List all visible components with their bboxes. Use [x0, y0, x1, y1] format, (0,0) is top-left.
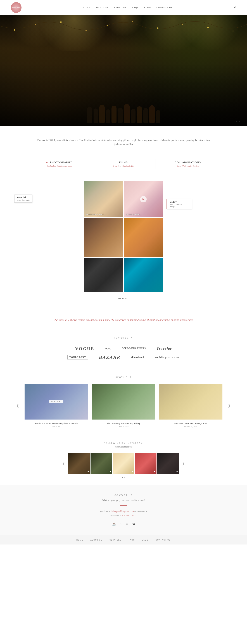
instagram-image-1[interactable]: ♥ — [68, 453, 90, 474]
instagram-heart-1: ♥ — [88, 470, 89, 473]
instagram-prev-button[interactable]: ❮ — [61, 460, 66, 467]
spotlight-image-1: BLOG POST — [24, 384, 88, 420]
pinterest-icon[interactable]: ☚ — [132, 522, 135, 526]
spotlight-item-1[interactable]: BLOG POST Karishma & Varun, Pre-wedding … — [24, 384, 88, 428]
service-films-title: FILMS — [96, 161, 150, 164]
gallery-image-3[interactable] — [84, 218, 123, 257]
svg-point-9 — [232, 30, 234, 32]
gallery-image-6[interactable] — [124, 258, 163, 292]
featured-traveler[interactable]: Traveler — [157, 346, 172, 351]
featured-weddingsutra[interactable]: WeddingSutra.com — [155, 356, 180, 359]
brand-logo[interactable]: Pretty Sagas — [11, 2, 22, 13]
facebook-icon[interactable]: ☕ — [112, 522, 116, 526]
nav-faqs[interactable]: FAQs — [132, 6, 139, 8]
twitter-icon[interactable]: ✈ — [120, 522, 122, 526]
footer-about[interactable]: ABOUT US — [90, 539, 102, 541]
footer-services[interactable]: SERVICES — [110, 539, 121, 541]
annotation-gallery: Gallery upfront selected images — [166, 199, 192, 209]
service-photography-subtitle: Candid, Pre-Wedding, and more — [32, 165, 86, 167]
spotlight-title: SPOTLIGHT — [14, 376, 233, 378]
search-icon[interactable]: ⚲ — [234, 6, 236, 9]
instagram-dot-2[interactable] — [124, 477, 125, 478]
spotlight-date-1: June 28, 2017 — [24, 426, 88, 428]
featured-symbol[interactable]: ∞∞ — [105, 346, 112, 351]
service-photography[interactable]: PHOTOGRAPHY Candid, Pre-Wedding, and mor… — [27, 158, 91, 170]
spotlight-image-2 — [92, 384, 156, 420]
nav-blog[interactable]: BLOG — [144, 6, 151, 8]
featured-wedding-times[interactable]: WEDDING TIMES — [122, 347, 146, 350]
gallery-label-2: MINAL & NIPU... — [126, 213, 142, 215]
nav-about[interactable]: ABOUT US — [96, 6, 108, 8]
footer-blog[interactable]: BLOG — [142, 539, 148, 541]
services-section: PHOTOGRAPHY Candid, Pre-Wedding, and mor… — [0, 154, 247, 178]
featured-vogue[interactable]: VOGUE — [75, 346, 94, 351]
instagram-image-4[interactable]: ♥ — [135, 453, 156, 474]
featured-logos: VOGUE ∞∞ WEDDING TIMES Traveler — [18, 346, 229, 351]
hero-string-lights — [0, 15, 247, 51]
service-films-label: FILMS — [119, 161, 128, 164]
annotation-gallery-desc: upfront selected images — [170, 203, 189, 208]
instagram-image-2[interactable]: ♥ — [90, 453, 112, 474]
instagram-image-3[interactable]: ♥ — [113, 453, 134, 474]
social-icons: ☕ ✈ ⚰ ☚ — [36, 522, 211, 526]
instagram-heart-4: ♥ — [154, 470, 156, 473]
svg-point-1 — [35, 24, 36, 25]
contact-reach: Reach out at hello@weddingsafari.com or … — [36, 509, 211, 518]
service-collab-title: COLLABORATIONS — [161, 161, 215, 164]
service-films[interactable]: FILMS Bring Your Wedding to Life — [91, 158, 156, 170]
instagram-section: FOLLOW US ON INSTAGRAM @theweddingsafari… — [0, 435, 247, 485]
featured-logos-row2: YOURSTORY BAZAAR thinkshaadi WeddingSutr… — [18, 355, 229, 360]
featured-thinkshaadi[interactable]: thinkshaadi — [131, 356, 144, 359]
contact-phone-link[interactable]: +91-9760725414 — [122, 514, 136, 517]
gallery-grid: KARISHMA & SAAT... ▶ MINAL & NIPU... — [84, 181, 163, 292]
instagram-grid: ♥ ♥ ♥ ♥ ♥ — [68, 453, 179, 474]
featured-bazaar[interactable]: BAZAAR — [99, 355, 121, 360]
annotation-hyperlink: Hyperlink to services page — [14, 194, 32, 202]
spotlight-date-3: October 25, 2016 — [159, 426, 222, 428]
service-dot — [46, 162, 48, 163]
instagram-dot-1[interactable] — [122, 477, 123, 478]
gallery-label-1: KARISHMA & SAAT... — [86, 213, 106, 215]
instagram-title: FOLLOW US ON INSTAGRAM — [14, 442, 233, 444]
instagram-heart-3: ♥ — [132, 470, 133, 473]
spotlight-carousel: ❮ BLOG POST Karishma & Varun, Pre-weddin… — [14, 384, 233, 428]
svg-point-4 — [107, 25, 108, 26]
gallery-wrapper: KARISHMA & SAAT... ▶ MINAL & NIPU... Gal… — [84, 181, 163, 292]
instagram-icon[interactable]: ⚰ — [126, 522, 128, 526]
carousel-prev-button[interactable]: ❮ — [14, 402, 21, 410]
play-button[interactable]: ▶ — [140, 196, 146, 202]
featured-yourstory[interactable]: YOURSTORY — [68, 355, 88, 360]
instagram-image-5[interactable]: ♥ — [157, 453, 179, 474]
spotlight-item-2[interactable]: Ishita & Neeraj, Radisson Blu, Alibang J… — [92, 384, 156, 428]
contact-email-link[interactable]: hello@weddingsafari.com — [111, 510, 134, 512]
spotlight-item-3[interactable]: Garima & Tulsin, Noor Mahal, Karnal Octo… — [159, 384, 222, 428]
gallery-image-1[interactable]: KARISHMA & SAAT... — [84, 181, 123, 217]
contact-desc: Whatever your query or request, send the… — [36, 499, 211, 502]
nav-home[interactable]: HOME — [83, 6, 90, 8]
instagram-next-button[interactable]: ❯ — [180, 460, 186, 467]
nav-links: HOME ABOUT US SERVICES FAQs BLOG CONTACT… — [83, 6, 173, 8]
hero-slide-counter: 2 – 5 — [234, 120, 240, 123]
hero-crowd — [0, 64, 247, 126]
svg-point-7 — [182, 24, 183, 25]
footer-faqs[interactable]: FAQs — [128, 539, 135, 541]
gallery-image-4[interactable] — [124, 218, 163, 257]
logo-text: Pretty Sagas — [12, 7, 20, 8]
spotlight-name-1: Karishma & Varun, Pre-wedding shoot in L… — [24, 422, 88, 425]
gallery-image-2[interactable]: ▶ MINAL & NIPU... — [124, 181, 163, 217]
spotlight-date-2: June 14, 2017 — [92, 426, 156, 428]
gallery-image-5[interactable] — [84, 258, 123, 292]
nav-contact[interactable]: CONTACT US — [156, 6, 173, 8]
footer-contact[interactable]: CONTACT US — [156, 539, 171, 541]
carousel-next-button[interactable]: ❯ — [226, 402, 233, 410]
spotlight-name-2: Ishita & Neeraj, Radisson Blu, Alibang — [92, 422, 156, 425]
hero-section: 2 – 5 — [0, 15, 247, 126]
instagram-heart-5: ♥ — [176, 470, 178, 473]
view-all-button[interactable]: View All — [112, 296, 135, 301]
service-collaborations[interactable]: COLLABORATIONS Oscar Photography Service… — [156, 158, 220, 170]
spotlight-items: BLOG POST Karishma & Varun, Pre-wedding … — [24, 384, 222, 428]
footer: HOME ABOUT US SERVICES FAQs BLOG CONTACT… — [0, 535, 247, 544]
nav-services[interactable]: SERVICES — [114, 6, 127, 8]
footer-home[interactable]: HOME — [76, 539, 83, 541]
quote-text: Our focus will always remain on showcasi… — [36, 317, 211, 322]
